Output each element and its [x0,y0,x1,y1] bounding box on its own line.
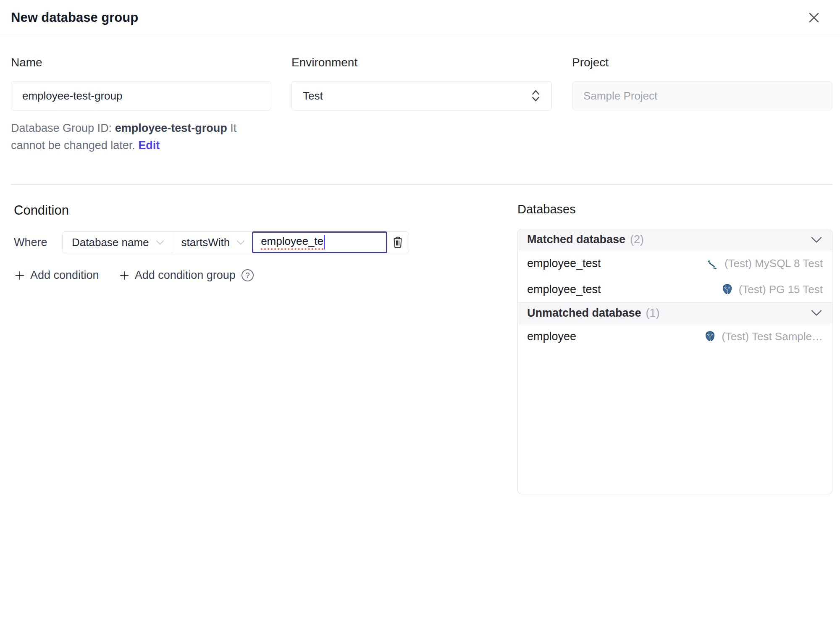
database-row: employee_test (Test) MySQL 8 Test [518,250,832,276]
condition-section: Condition Where Database name startsWith [11,185,517,494]
instance-label: (Test) PG 15 Test [721,283,823,296]
dialog-body: Name Database Group ID: employee-test-gr… [0,55,840,494]
postgresql-icon [704,330,717,343]
project-label: Project [572,55,832,70]
instance-name: (Test) PG 15 Test [739,283,823,296]
where-label: Where [14,236,62,249]
chevron-down-icon [810,309,823,317]
environment-field: Environment Test [291,55,552,165]
project-input [572,81,832,110]
condition-row: Where Database name startsWith [14,231,517,253]
condition-value-input[interactable]: employee_te [252,231,387,253]
name-input[interactable] [11,81,271,110]
chevron-down-icon [156,240,164,245]
help-icon[interactable]: ? [242,269,254,281]
add-condition-group-label: Add condition group [135,269,236,282]
add-condition-label: Add condition [30,269,99,282]
close-icon [806,9,822,26]
add-condition-group-button[interactable]: Add condition group [118,269,236,282]
mysql-icon [706,257,719,270]
factor-select[interactable]: Database name [62,231,172,253]
name-label: Name [11,55,271,70]
databases-panel: Matched database (2) employee_test [517,229,832,494]
condition-heading: Condition [14,202,517,218]
database-name: employee_test [527,283,601,296]
environment-select[interactable]: Test [291,81,552,110]
delete-condition-button[interactable] [386,231,409,253]
chevron-down-icon [810,236,823,244]
matched-database-header[interactable]: Matched database (2) [518,229,832,250]
environment-label: Environment [291,55,552,70]
matched-database-title: Matched database [527,233,625,246]
project-field: Project [572,55,832,165]
postgresql-icon [721,283,734,296]
trash-icon [391,236,404,249]
text-caret [324,235,325,249]
operator-value: startsWith [181,236,230,249]
form-fields: Name Database Group ID: employee-test-gr… [11,55,832,165]
name-field: Name Database Group ID: employee-test-gr… [11,55,271,165]
instance-name: (Test) MySQL 8 Test [724,257,823,270]
group-id-value: employee-test-group [115,122,227,134]
condition-value-text: employee_te [261,235,323,250]
dialog-title: New database group [11,10,138,25]
hint-prefix: Database Group ID: [11,122,112,134]
edit-link[interactable]: Edit [138,139,160,152]
database-row: employee_test (Test) PG 15 Test [518,276,832,302]
chevron-down-icon [236,240,245,245]
group-id-hint: Database Group ID: employee-test-group I… [11,120,263,154]
database-name: employee [527,330,576,343]
matched-database-count: (2) [630,233,644,246]
databases-heading: Databases [517,202,832,217]
factor-value: Database name [72,236,149,249]
database-row: employee (Test) Test Sample… [518,323,832,349]
instance-label: (Test) MySQL 8 Test [706,257,823,270]
unmatched-database-header[interactable]: Unmatched database (1) [518,302,832,323]
plus-icon [14,270,26,281]
plus-icon [118,270,130,281]
instance-label: (Test) Test Sample… [704,330,823,343]
unmatched-database-count: (1) [646,307,660,320]
operator-select[interactable]: startsWith [172,231,253,253]
database-name: employee_test [527,257,601,270]
dialog-header: New database group [0,0,840,35]
environment-value: Test [303,89,323,102]
databases-section: Databases Matched database (2) employee_… [517,185,832,494]
chevron-updown-icon [531,89,541,103]
unmatched-database-title: Unmatched database [527,307,641,320]
condition-actions: Add condition Add condition group ? [14,269,517,282]
close-button[interactable] [803,7,825,29]
condition-expression: Database name startsWith employee_te [62,231,409,253]
add-condition-button[interactable]: Add condition [14,269,99,282]
instance-name: (Test) Test Sample… [722,330,823,343]
